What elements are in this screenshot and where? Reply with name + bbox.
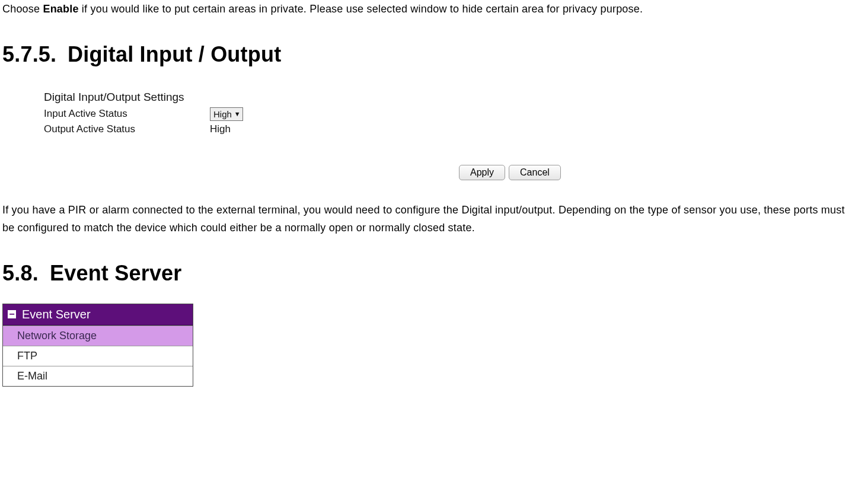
output-status-label: Output Active Status (44, 123, 210, 135)
intro-suffix: if you would like to put certain areas i… (79, 3, 643, 15)
button-row: Apply Cancel (459, 165, 852, 180)
section-heading-58: 5.8.Event Server (2, 261, 852, 286)
dio-description: If you have a PIR or alarm connected to … (2, 201, 852, 237)
dio-settings-heading: Digital Input/Output Settings (44, 91, 852, 104)
apply-button[interactable]: Apply (459, 165, 505, 180)
input-status-dropdown[interactable]: High ▼ (210, 107, 243, 121)
menu-item-network-storage[interactable]: Network Storage (3, 326, 193, 346)
chevron-down-icon: ▼ (234, 110, 241, 117)
intro-prefix: Choose (2, 3, 43, 15)
section-number-58: 5.8. (2, 261, 50, 286)
menu-item-email[interactable]: E-Mail (3, 366, 193, 386)
intro-bold: Enable (43, 3, 78, 15)
collapse-icon: − (8, 310, 16, 318)
cancel-button[interactable]: Cancel (509, 165, 561, 180)
menu-item-label: FTP (17, 350, 37, 362)
input-status-value: High (213, 109, 232, 119)
dio-settings-block: Digital Input/Output Settings Input Acti… (44, 91, 852, 180)
section-title-58: Event Server (50, 261, 182, 285)
menu-item-label: E-Mail (17, 370, 47, 382)
event-server-menu-header[interactable]: − Event Server (3, 304, 193, 326)
output-status-value: High (210, 123, 231, 135)
event-server-menu-title: Event Server (22, 308, 91, 321)
intro-paragraph: Choose Enable if you would like to put c… (2, 0, 852, 18)
input-status-row: Input Active Status High ▼ (44, 107, 852, 121)
section-title-575: Digital Input / Output (68, 42, 281, 66)
section-heading-575: 5.7.5.Digital Input / Output (2, 42, 852, 67)
menu-item-label: Network Storage (17, 330, 97, 342)
section-number-575: 5.7.5. (2, 42, 68, 67)
input-status-label: Input Active Status (44, 108, 210, 120)
event-server-menu: − Event Server Network Storage FTP E-Mai… (2, 304, 193, 387)
menu-item-ftp[interactable]: FTP (3, 346, 193, 366)
output-status-row: Output Active Status High (44, 123, 852, 135)
